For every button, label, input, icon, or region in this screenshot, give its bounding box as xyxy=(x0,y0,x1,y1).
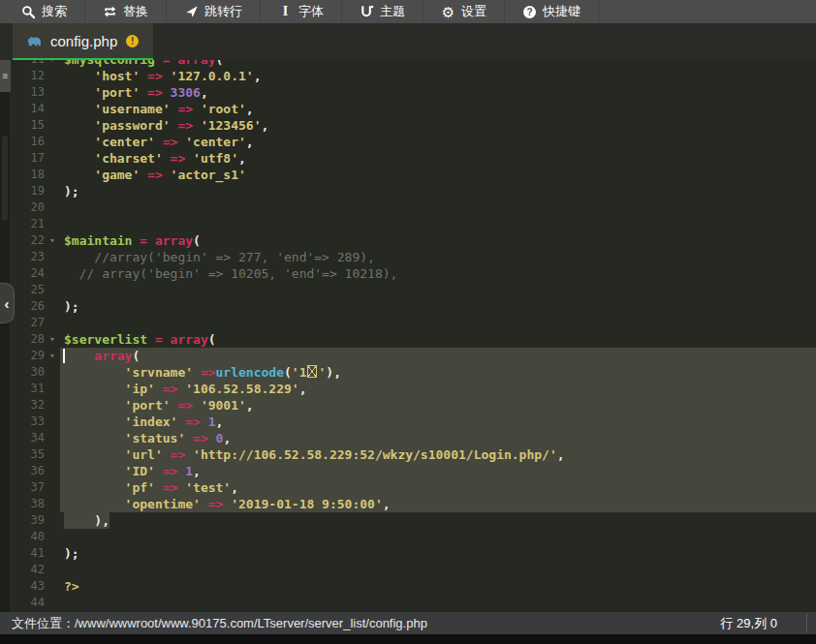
code-line-14[interactable]: 14 'username' => 'root', xyxy=(0,101,816,117)
code-token: ( xyxy=(132,349,140,363)
code-line-19[interactable]: 19); xyxy=(0,183,816,199)
code-line-20[interactable]: 20 xyxy=(0,199,816,216)
code-line-24[interactable]: 24 // array('begin' => 10205, 'end'=> 10… xyxy=(0,265,816,282)
fold-gutter xyxy=(45,545,60,562)
cursor-position: 行 29,列 0 xyxy=(720,615,777,632)
code-line-41[interactable]: 41); xyxy=(0,545,816,562)
code-line-29[interactable]: 29▾ array( xyxy=(0,348,816,364)
toolbar-button-replace[interactable]: 替换 xyxy=(85,0,167,23)
code-line-37[interactable]: 37 'pf' => 'test', xyxy=(0,479,816,496)
tab-bar: config.php ! xyxy=(0,23,816,60)
fold-gutter xyxy=(45,249,60,265)
code-text: array( xyxy=(60,348,816,364)
code-token: 'charset' xyxy=(64,151,171,166)
code-line-34[interactable]: 34 'status' => 0, xyxy=(0,430,816,446)
code-token: '9001' xyxy=(201,398,246,413)
code-token: 'status' xyxy=(64,431,193,445)
code-line-17[interactable]: 17 'charset' => 'utf8', xyxy=(0,150,816,167)
fold-arrow-icon[interactable]: ▾ xyxy=(45,232,60,249)
code-line-16[interactable]: 16 'center' => 'center', xyxy=(0,134,816,150)
sidebar-collapse-handle[interactable]: ‹ xyxy=(0,283,15,323)
fold-gutter xyxy=(45,265,60,282)
fold-gutter xyxy=(45,183,60,199)
code-token: , xyxy=(383,497,391,511)
toolbar-button-shortcuts[interactable]: ?快捷键 xyxy=(505,0,599,23)
code-line-23[interactable]: 23 //array('begin' => 277, 'end'=> 289), xyxy=(0,249,816,265)
code-token: urlencode xyxy=(216,365,284,380)
editor-area[interactable]: 11▾$mysqlconfig = array(12 'host' => '12… xyxy=(0,60,816,612)
code-editor-app: 搜索替换跳转行I字体主题⚙设置?快捷键 config.php ! 11▾$mys… xyxy=(0,0,816,644)
code-line-15[interactable]: 15 'password' => '123456', xyxy=(0,117,816,134)
code-line-39[interactable]: 39 ), xyxy=(0,512,816,529)
code-line-27[interactable]: 27 xyxy=(0,315,816,331)
code-text xyxy=(60,216,816,232)
code-text xyxy=(60,282,816,298)
code-line-44[interactable]: 44 xyxy=(0,595,816,611)
code-text: 'url' => 'http://106.52.58.229:52/wkzy/s… xyxy=(60,446,816,463)
code-line-21[interactable]: 21 xyxy=(0,216,816,232)
code-line-32[interactable]: 32 'port' => '9001', xyxy=(0,397,816,414)
code-token: 'actor_s1' xyxy=(171,168,246,182)
toolbar-button-font[interactable]: I字体 xyxy=(261,0,342,23)
code-token: ( xyxy=(208,332,216,347)
code-line-22[interactable]: 22▾$maintain = array( xyxy=(0,232,816,249)
code-line-25[interactable]: 25 xyxy=(0,282,816,298)
code-line-30[interactable]: 30 'srvname' =>urlencode('1'), xyxy=(0,364,816,381)
toolbar-button-goto-line[interactable]: 跳转行 xyxy=(167,0,261,23)
toolbar-button-theme[interactable]: 主题 xyxy=(342,0,424,23)
code-text: //array('begin' => 277, 'end'=> 289), xyxy=(60,249,816,265)
fold-arrow-icon[interactable]: ▾ xyxy=(45,348,60,364)
strip-scroll-thumb[interactable] xyxy=(2,136,8,221)
code-line-36[interactable]: 36 'ID' => 1, xyxy=(0,463,816,479)
fold-gutter xyxy=(45,101,60,117)
code-text xyxy=(60,315,816,331)
fold-gutter xyxy=(45,84,60,101)
code-token: '106.52.58.229' xyxy=(185,382,298,396)
code-line-12[interactable]: 12 'host' => '127.0.0.1', xyxy=(0,68,816,84)
code-token: 'port' xyxy=(64,85,147,100)
code-token: , xyxy=(201,85,208,100)
fold-arrow-icon[interactable]: ▾ xyxy=(45,60,60,68)
file-path-label: 文件位置：/www/wwwroot/www.90175.com/LTserver… xyxy=(12,615,427,632)
line-number: 40 xyxy=(10,529,45,545)
code-line-13[interactable]: 13 'port' => 3306, xyxy=(0,84,816,101)
sidebar-mini-tab[interactable]: ≡ xyxy=(0,60,11,92)
line-number: 12 xyxy=(10,68,45,84)
line-number: 15 xyxy=(10,117,45,134)
fold-gutter xyxy=(45,282,60,298)
left-strip: ≡ xyxy=(0,60,10,612)
code-line-42[interactable]: 42 xyxy=(0,562,816,578)
line-number: 26 xyxy=(10,298,45,315)
code-token: 1 xyxy=(208,414,216,429)
code-line-11[interactable]: 11▾$mysqlconfig = array( xyxy=(0,60,816,68)
code-line-40[interactable]: 40 xyxy=(0,529,816,545)
fold-gutter xyxy=(45,562,60,578)
code-token: , xyxy=(246,102,254,116)
code-text: // array('begin' => 10205, 'end'=> 10218… xyxy=(60,265,816,282)
code-token: = xyxy=(155,332,171,347)
code-token: ), xyxy=(326,365,341,380)
code-line-38[interactable]: 38 'opentime' => '2019-01-18 9:50:00', xyxy=(0,496,816,512)
line-number: 30 xyxy=(10,364,45,381)
tab-config-php[interactable]: config.php ! xyxy=(13,23,153,60)
code-token: 3306 xyxy=(171,85,201,100)
code-token: 'http://106.52.58.229:52/wkzy/s10001/Log… xyxy=(193,447,557,462)
code-token: , xyxy=(262,118,269,133)
fold-gutter xyxy=(45,446,60,463)
line-number: 21 xyxy=(10,216,45,232)
code-line-18[interactable]: 18 'game' => 'actor_s1' xyxy=(0,167,816,183)
code-line-35[interactable]: 35 'url' => 'http://106.52.58.229:52/wkz… xyxy=(0,446,816,463)
code-line-26[interactable]: 26); xyxy=(0,298,816,315)
code-line-33[interactable]: 33 'index' => 1, xyxy=(0,414,816,430)
code-text: 'pf' => 'test', xyxy=(60,479,816,496)
line-number: 16 xyxy=(10,134,45,150)
code-line-28[interactable]: 28▾$serverlist = array( xyxy=(0,331,816,348)
chevron-left-icon: ‹ xyxy=(5,296,10,311)
toolbar-button-search[interactable]: 搜索 xyxy=(4,0,85,23)
fold-arrow-icon[interactable]: ▾ xyxy=(45,331,60,348)
toolbar-button-settings[interactable]: ⚙设置 xyxy=(424,0,505,23)
code-token: = xyxy=(155,60,177,67)
code-line-31[interactable]: 31 'ip' => '106.52.58.229', xyxy=(0,381,816,397)
code-token: '127.0.0.1' xyxy=(171,69,254,83)
code-line-43[interactable]: 43?> xyxy=(0,578,816,595)
